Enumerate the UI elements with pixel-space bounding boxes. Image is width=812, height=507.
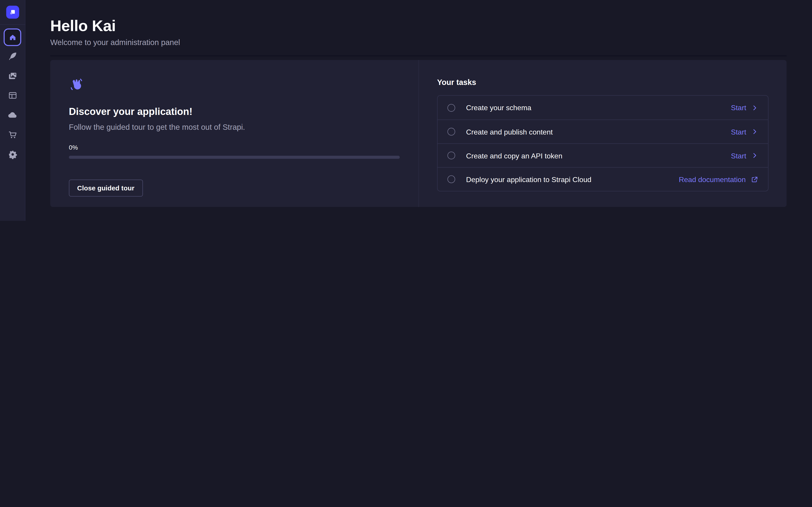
task-action-label: Start — [731, 152, 746, 160]
progress-bar — [69, 156, 400, 159]
page-title: Hello Kai — [50, 17, 787, 34]
sidebar-nav — [0, 25, 25, 164]
strapi-admin-dashboard: KD Hello Kai Welcome to your administrat… — [0, 0, 812, 221]
task-status-circle — [448, 104, 455, 111]
task-action-label: Read documentation — [679, 175, 746, 183]
sidebar: KD — [0, 0, 25, 221]
task-start-link[interactable]: Start — [731, 152, 758, 160]
main-content: Hello Kai Welcome to your administration… — [25, 0, 812, 221]
sidebar-item-settings[interactable] — [2, 145, 22, 164]
layout-icon — [7, 90, 17, 100]
page-subtitle: Welcome to your administration panel — [50, 38, 787, 47]
task-row-create-publish-content[interactable]: Create and publish content Start — [438, 119, 768, 143]
chevron-right-icon — [751, 104, 758, 111]
sidebar-item-content-manager[interactable] — [2, 46, 22, 66]
header-divider — [50, 55, 787, 57]
tasks-panel: Your tasks Create your schema Start — [419, 60, 786, 207]
guided-tour-card: Discover your application! Follow the gu… — [50, 60, 419, 207]
sidebar-item-media-library[interactable] — [2, 66, 22, 86]
cloud-icon — [7, 110, 17, 120]
task-start-link[interactable]: Start — [731, 103, 758, 112]
strapi-logo[interactable] — [6, 6, 19, 18]
feather-icon — [7, 51, 17, 61]
close-guided-tour-button[interactable]: Close guided tour — [69, 180, 143, 197]
progress-label: 0% — [69, 144, 400, 151]
guided-tour-subtitle: Follow the guided tour to get the most o… — [69, 122, 400, 132]
task-action-label: Start — [731, 103, 746, 112]
guided-tour-section: Discover your application! Follow the gu… — [50, 60, 787, 207]
task-label: Create your schema — [466, 103, 531, 112]
task-row-deploy-strapi-cloud[interactable]: Deploy your application to Strapi Cloud … — [438, 167, 768, 191]
task-row-create-schema[interactable]: Create your schema Start — [438, 96, 768, 120]
task-start-link[interactable]: Start — [731, 127, 758, 136]
task-action-label: Start — [731, 127, 746, 136]
task-read-documentation-link[interactable]: Read documentation — [679, 175, 758, 183]
sidebar-item-marketplace[interactable] — [2, 125, 22, 144]
task-status-circle — [448, 152, 455, 159]
task-status-circle — [448, 128, 455, 135]
gear-icon — [7, 149, 17, 159]
task-label: Deploy your application to Strapi Cloud — [466, 175, 592, 183]
task-label: Create and copy an API token — [466, 152, 562, 160]
strapi-logo-icon — [9, 8, 16, 16]
images-icon — [7, 70, 17, 80]
task-status-circle — [448, 175, 455, 183]
sidebar-item-home[interactable] — [4, 29, 21, 46]
chevron-right-icon — [751, 128, 758, 135]
sidebar-item-content-type-builder[interactable] — [2, 86, 22, 105]
external-link-icon — [751, 175, 758, 183]
chevron-right-icon — [751, 152, 758, 159]
task-label: Create and publish content — [466, 127, 553, 136]
guided-tour-title: Discover your application! — [69, 105, 400, 118]
waving-hand-icon — [69, 77, 83, 92]
tasks-title: Your tasks — [437, 77, 768, 87]
home-icon — [8, 33, 17, 42]
task-row-create-api-token[interactable]: Create and copy an API token Start — [438, 143, 768, 167]
sidebar-item-cloud[interactable] — [2, 105, 22, 125]
cart-icon — [7, 129, 17, 139]
task-list: Create your schema Start Create and publ… — [437, 95, 768, 191]
